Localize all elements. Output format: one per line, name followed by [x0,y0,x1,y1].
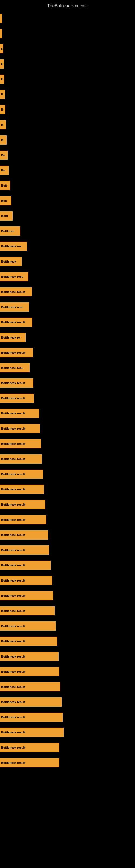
bar-label: Bottleneck result [1,427,25,430]
bar-label: E [1,78,3,81]
bar-label: Bottleneck result [1,640,25,643]
bar-row: Bottleneck result [0,452,135,467]
bar-row: B [0,117,135,132]
bar-row: Bottleneck result [0,740,135,755]
bar-row: Bo [0,163,135,178]
bar-row: Bottleneck result [0,633,135,649]
bar-label: Bottleneck result [1,412,25,415]
bar-label: Bottleneck result [1,503,25,506]
bar: B [0,120,6,129]
bar-row: Bottleneck result [0,406,135,421]
bar-label: E [1,62,3,66]
bar-label: Bottleneck result [1,549,25,552]
bar-row: Bottleneck res [0,239,135,254]
bar-label: Bottleneck result [1,351,25,354]
bar-row: Bottleneck result [0,573,135,588]
bar-row: Bottleneck result [0,755,135,770]
bar: E [0,59,4,69]
site-title: TheBottlenecker.com [0,1,135,10]
bar-label: B [1,138,3,142]
bar: Bottleneck result [0,424,40,433]
bar-row: Bottleneck result [0,284,135,300]
bar-row: Bottleneck result [0,391,135,406]
bar-row: Bottleneck resu [0,360,135,375]
bar-label: Bottl [1,214,8,218]
bar-row: E [0,72,135,87]
bar: Bottleneck res [0,242,27,251]
bar: Bott [0,196,11,205]
bar: B [0,90,5,99]
bar: Bottleneck result [0,591,53,600]
bar-label: Bottleneck result [1,685,25,688]
bar-row: Bottleneck result [0,467,135,482]
bar-label: Bottleneck result [1,609,25,613]
bar-label: Bottleneck result [1,670,25,673]
bar: Bottleneck [0,257,21,266]
bar-label: Bottleneck result [1,290,25,293]
bar: Bottleneck result [0,713,63,722]
bar: Bottleneck result [0,728,64,737]
bar-label: Bottlenec [1,229,14,233]
bar: Bo [0,166,9,175]
bar-row: Bottleneck result [0,618,135,633]
bar-label: B [1,123,3,126]
bar-row: Bottleneck result [0,482,135,497]
bar-label: Bottleneck result [1,716,25,719]
bar-label: Bottleneck [1,260,16,263]
bar-label: Bottleneck result [1,579,25,582]
bar-row [0,26,135,41]
bar: B [0,135,7,145]
bar-label: Bottleneck re [1,336,20,339]
bar: Bottleneck result [0,652,58,661]
bar: Bottleneck result [0,530,48,539]
bar: Bottl [0,211,13,220]
bar-row: Bottleneck result [0,710,135,725]
bar-label: Bottleneck resu [1,305,24,309]
bar: Bottleneck result [0,667,59,676]
bar-row: Bott [0,178,135,193]
bar: Bottleneck resu [0,363,30,372]
bar-row: Bo [0,148,135,163]
bar-row: Bottl [0,208,135,223]
bar-row: Bottleneck re [0,330,135,345]
bar-row: Bottleneck result [0,542,135,558]
bar: Bottleneck result [0,743,59,752]
bar-label: Bottleneck result [1,533,25,536]
bar: Bottleneck result [0,758,59,767]
bar: Bo [0,151,8,160]
bar-label: E [1,47,3,51]
bar-row: Bottleneck result [0,421,135,436]
bar-row: B [0,132,135,148]
bar-row: Bottleneck result [0,345,135,360]
bar-row: Bottleneck result [0,603,135,618]
bar: Bottleneck result [0,394,34,403]
bar: Bottleneck result [0,485,44,494]
bar-row: Bottleneck result [0,436,135,452]
bar: Bottleneck result [0,515,46,524]
bar: Bottleneck result [0,318,32,327]
bar-label: Bottleneck result [1,397,25,400]
bar: Bottleneck resu [0,272,28,281]
bar-label: Bottleneck resu [1,366,24,369]
bar: Bottleneck resu [0,303,29,312]
bar-row: Bottleneck result [0,679,135,694]
bar-row: Bottleneck resu [0,269,135,284]
bar-row: Bottleneck result [0,512,135,527]
bar-row: Bottleneck result [0,664,135,679]
bar-label: Bottleneck result [1,381,25,384]
bar: Bottleneck result [0,561,51,570]
bar: Bott [0,181,10,190]
bar: Bottleneck result [0,439,41,448]
bar-label: Bottleneck result [1,594,25,597]
bar-row: Bottleneck result [0,527,135,542]
bar: Bottlenec [0,226,20,236]
bar-label: Bo [1,169,5,172]
bar-row: E [0,41,135,56]
bar-row: Bottleneck result [0,558,135,573]
bar-label: Bottleneck result [1,518,25,521]
bar-label: Bottleneck result [1,457,25,461]
bar: Bottleneck result [0,378,34,388]
bar-row: Bottlenec [0,223,135,239]
bar: E [0,74,4,84]
bar: Bottleneck result [0,287,32,297]
